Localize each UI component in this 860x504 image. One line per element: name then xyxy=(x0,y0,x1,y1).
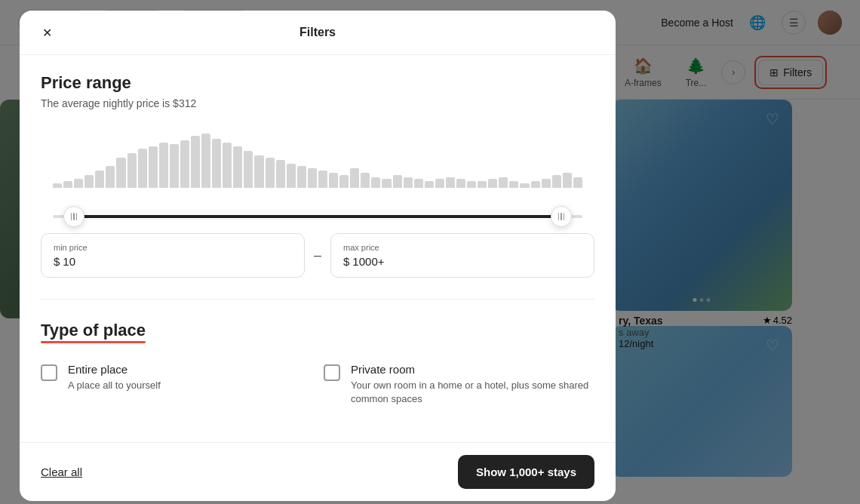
max-price-input[interactable] xyxy=(352,255,428,268)
slider-thumb-lines-left xyxy=(71,213,78,220)
histogram-bar xyxy=(499,177,508,188)
histogram-bar xyxy=(414,179,423,188)
filters-modal: ✕ Filters Price range The average nightl… xyxy=(20,11,616,501)
histogram-bar xyxy=(329,173,338,188)
slider-thumb-lines-right xyxy=(558,213,565,220)
histogram-bar xyxy=(159,143,168,188)
type-of-place-section: Type of place Entire place A place all t… xyxy=(41,321,594,406)
max-price-row: $ xyxy=(343,255,582,268)
histogram-bar xyxy=(95,171,104,188)
type-option-entire: Entire place A place all to yourself xyxy=(41,363,312,406)
max-price-currency: $ xyxy=(343,255,349,268)
histogram-bar xyxy=(170,144,179,188)
histogram-bar xyxy=(435,179,444,188)
modal-header: ✕ Filters xyxy=(20,11,616,55)
entire-place-text: Entire place A place all to yourself xyxy=(68,363,161,392)
histogram-bar xyxy=(520,183,529,188)
histogram-bar xyxy=(106,166,115,188)
modal-footer: Clear all Show 1,000+ stays xyxy=(20,442,616,501)
price-range-title: Price range xyxy=(41,73,594,93)
thumb-line-4 xyxy=(558,213,560,220)
show-stays-button[interactable]: Show 1,000+ stays xyxy=(458,455,594,489)
private-room-name: Private room xyxy=(351,363,594,376)
thumb-line-5 xyxy=(561,213,562,220)
price-range-section: Price range The average nightly price is… xyxy=(41,73,594,278)
histogram-bar xyxy=(509,181,518,188)
histogram-bar xyxy=(467,181,476,188)
histogram-bar xyxy=(297,166,306,188)
slider-thumb-max[interactable] xyxy=(551,206,572,227)
histogram-bar xyxy=(74,179,83,188)
histogram-bar xyxy=(127,153,137,188)
type-of-place-title: Type of place xyxy=(41,321,146,340)
close-icon: ✕ xyxy=(42,26,52,40)
histogram-bar xyxy=(287,164,296,188)
histogram-bar xyxy=(339,175,349,188)
histogram-container xyxy=(41,128,594,203)
histogram-bar xyxy=(84,175,94,188)
min-price-group: min price $ xyxy=(41,233,305,278)
histogram-bar xyxy=(116,158,125,188)
type-option-private: Private room Your own room in a home or … xyxy=(324,363,594,406)
price-separator: – xyxy=(314,247,321,263)
histogram-bar xyxy=(212,139,221,188)
slider-track-fill xyxy=(74,215,561,218)
histogram-bar xyxy=(552,175,561,188)
histogram-bar xyxy=(361,173,370,188)
private-room-text: Private room Your own room in a home or … xyxy=(351,363,594,406)
histogram-bar xyxy=(318,171,327,188)
thumb-line-6 xyxy=(564,213,565,220)
histogram-bar xyxy=(456,179,465,188)
histogram-bar xyxy=(276,160,285,188)
histogram-bar xyxy=(563,173,572,188)
histogram-bar xyxy=(308,168,317,188)
histogram-bar xyxy=(542,179,551,188)
histogram-bar xyxy=(201,134,210,188)
private-room-desc: Your own room in a home or a hotel, plus… xyxy=(351,379,594,406)
thumb-line-1 xyxy=(71,213,72,220)
type-options: Entire place A place all to yourself Pri… xyxy=(41,363,594,406)
thumb-line-2 xyxy=(73,213,75,220)
histogram-bar xyxy=(138,149,147,188)
histogram-bar xyxy=(350,168,359,188)
min-price-currency: $ xyxy=(54,255,60,268)
clear-all-button[interactable]: Clear all xyxy=(41,459,82,484)
histogram-bar xyxy=(180,140,189,188)
entire-place-checkbox[interactable] xyxy=(41,364,57,381)
section-divider xyxy=(41,299,594,300)
histogram-bar xyxy=(531,181,540,188)
histogram-bar xyxy=(233,146,242,188)
thumb-line-3 xyxy=(76,213,78,220)
histogram-bar xyxy=(53,183,62,188)
min-price-label: min price xyxy=(54,243,292,252)
histogram-bar xyxy=(266,158,275,188)
entire-place-desc: A place all to yourself xyxy=(68,379,161,392)
histogram-bar xyxy=(446,177,455,188)
histogram-bar xyxy=(254,155,263,188)
histogram-bar xyxy=(223,143,232,188)
histogram-bar xyxy=(244,151,253,188)
histogram-bar xyxy=(478,181,487,188)
histogram-bar xyxy=(425,181,434,188)
histogram-bar xyxy=(149,146,158,188)
modal-close-button[interactable]: ✕ xyxy=(35,20,59,45)
slider-thumb-min[interactable] xyxy=(63,206,84,227)
price-slider[interactable] xyxy=(53,215,582,218)
max-price-label: max price xyxy=(343,243,582,252)
histogram-bar xyxy=(382,179,391,188)
histogram-bar xyxy=(404,177,413,188)
private-room-checkbox[interactable] xyxy=(324,364,340,381)
max-price-group: max price $ xyxy=(330,233,594,278)
price-inputs: min price $ – max price $ xyxy=(41,233,594,278)
min-price-input[interactable] xyxy=(63,255,123,268)
histogram-bar xyxy=(573,177,582,188)
histogram-bars xyxy=(41,128,594,188)
price-range-subtitle: The average nightly price is $312 xyxy=(41,97,594,109)
histogram-bar xyxy=(63,181,72,188)
histogram-bar xyxy=(191,136,200,188)
modal-body: Price range The average nightly price is… xyxy=(20,55,616,442)
modal-title: Filters xyxy=(299,26,336,39)
histogram-bar xyxy=(488,179,497,188)
entire-place-name: Entire place xyxy=(68,363,161,376)
min-price-row: $ xyxy=(54,255,292,268)
